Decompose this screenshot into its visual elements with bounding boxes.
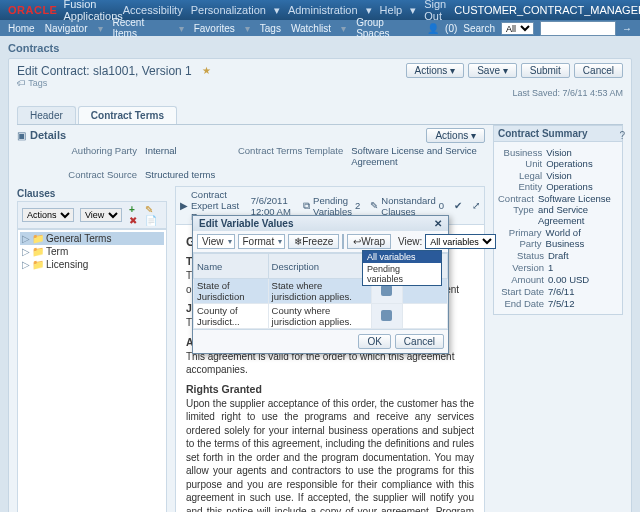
summary-version: 1 bbox=[548, 262, 553, 273]
summary-status: Draft bbox=[548, 250, 569, 261]
nav-favorites[interactable]: Favorites bbox=[194, 23, 235, 34]
link-signout[interactable]: Sign Out bbox=[424, 0, 446, 22]
add-icon[interactable]: + bbox=[129, 204, 140, 215]
modal-view-menu[interactable]: View bbox=[197, 234, 235, 249]
link-help[interactable]: Help bbox=[380, 4, 403, 16]
validate-icon[interactable]: ✔ bbox=[454, 200, 462, 211]
modal-format-menu[interactable]: Format bbox=[238, 234, 286, 249]
nav-tags[interactable]: Tags bbox=[260, 23, 281, 34]
actions-menu[interactable]: Actions ▾ bbox=[406, 63, 465, 78]
modal-view-filter-dropdown: All variables Pending variables bbox=[362, 250, 442, 286]
details-disclosure-icon[interactable]: ▣ bbox=[17, 130, 26, 141]
tree-node-general-terms[interactable]: ▷📁 General Terms bbox=[20, 232, 164, 245]
tree-node-term[interactable]: ▷📁 Term bbox=[20, 245, 164, 258]
filter-opt-pending[interactable]: Pending variables bbox=[363, 263, 441, 285]
modal-freeze[interactable]: ❄ Freeze bbox=[288, 234, 339, 249]
authoring-party-label: Authoring Party bbox=[57, 145, 137, 167]
col-name[interactable]: Name bbox=[194, 254, 269, 279]
tab-contract-terms[interactable]: Contract Terms bbox=[78, 106, 177, 124]
help-icon[interactable]: ? bbox=[619, 130, 625, 141]
value-edit-icon[interactable] bbox=[381, 310, 392, 321]
details-title: Details bbox=[30, 129, 66, 141]
edit-variable-values-dialog: Edit Variable Values✕ View Format ❄ Free… bbox=[192, 215, 449, 354]
summary-end: 7/5/12 bbox=[548, 298, 574, 309]
close-icon[interactable]: ✕ bbox=[434, 218, 442, 229]
tree-node-licensing[interactable]: ▷📁 Licensing bbox=[20, 258, 164, 271]
clauses-title: Clauses bbox=[17, 188, 167, 199]
search-label: Search bbox=[463, 23, 495, 34]
value-edit-icon[interactable] bbox=[381, 285, 392, 296]
modal-cancel[interactable]: Cancel bbox=[395, 334, 444, 349]
summary-amount: 0.00 USD bbox=[548, 274, 589, 285]
delete-icon[interactable]: ✖ bbox=[129, 215, 140, 226]
search-scope[interactable]: All bbox=[501, 22, 534, 35]
expand-icon[interactable]: ⤢ bbox=[472, 200, 480, 211]
link-personalization[interactable]: Personalization bbox=[191, 4, 266, 16]
summary-party: World of Business bbox=[546, 227, 618, 249]
table-row[interactable]: County of Jurisdict... County where juri… bbox=[194, 304, 448, 329]
edit-icon[interactable]: ✎ bbox=[145, 204, 156, 215]
template-value: Software License and Service Agreement bbox=[351, 145, 485, 167]
summary-start: 7/6/11 bbox=[548, 286, 574, 297]
doc-h5: Rights Granted bbox=[186, 383, 474, 395]
clauses-tree[interactable]: ▷📁 General Terms ▷📁 Term ▷📁 Licensing bbox=[17, 229, 167, 512]
favorite-icon[interactable]: ★ bbox=[202, 65, 211, 76]
contract-source-label: Contract Source bbox=[57, 169, 137, 180]
tags-link[interactable]: Tags bbox=[28, 78, 47, 88]
summary-type: Software License and Service Agreement bbox=[538, 193, 618, 226]
modal-title: Edit Variable Values bbox=[199, 218, 294, 229]
oracle-logo: ORACLE bbox=[8, 4, 57, 16]
tab-header[interactable]: Header bbox=[17, 106, 76, 124]
search-input[interactable] bbox=[540, 21, 616, 36]
search-go-icon[interactable]: → bbox=[622, 23, 632, 34]
modal-ok[interactable]: OK bbox=[358, 334, 390, 349]
modal-detach-icon[interactable] bbox=[342, 234, 344, 249]
link-administration[interactable]: Administration bbox=[288, 4, 358, 16]
modal-wrap[interactable]: ↩ Wrap bbox=[347, 234, 391, 249]
nav-recent[interactable]: Recent Items bbox=[113, 17, 169, 39]
filter-opt-all[interactable]: All variables bbox=[363, 251, 441, 263]
save-button[interactable]: Save ▾ bbox=[468, 63, 517, 78]
nav-watchlist[interactable]: Watchlist bbox=[291, 23, 331, 34]
cancel-button[interactable]: Cancel bbox=[574, 63, 623, 78]
current-user: CUSTOMER_CONTRACT_MANAGER_VISION_OPERATI… bbox=[454, 4, 640, 16]
notif-count[interactable]: (0) bbox=[445, 23, 457, 34]
nonstd-icon[interactable]: ✎ bbox=[370, 200, 378, 211]
contract-source-value: Structured terms bbox=[145, 169, 215, 180]
copy-icon[interactable]: 📄 bbox=[145, 215, 156, 226]
notif-icon[interactable]: 👤 bbox=[427, 23, 439, 34]
modal-view-filter[interactable]: All variables bbox=[425, 234, 496, 249]
doc-p4: Upon the supplier acceptance of this ord… bbox=[186, 397, 474, 513]
clauses-view[interactable]: View bbox=[80, 208, 122, 222]
page-title: Edit Contract: sla1001, Version 1 bbox=[17, 64, 192, 78]
nav-home[interactable]: Home bbox=[8, 23, 35, 34]
clauses-actions[interactable]: Actions bbox=[22, 208, 74, 222]
template-label: Contract Terms Template bbox=[223, 145, 343, 167]
summary-title: Contract Summary bbox=[493, 125, 623, 142]
nav-groups[interactable]: Group Spaces bbox=[356, 17, 417, 39]
expert-icon[interactable]: ▶ bbox=[180, 200, 188, 211]
breadcrumb: Contracts bbox=[8, 42, 632, 54]
link-accessibility[interactable]: Accessibility bbox=[123, 4, 183, 16]
modal-view-label: View: bbox=[398, 236, 422, 247]
pending-icon[interactable]: ⧉ bbox=[303, 200, 310, 212]
summary-le: Vision Operations bbox=[546, 170, 618, 192]
nav-navigator[interactable]: Navigator bbox=[45, 23, 88, 34]
last-saved-value: 7/6/11 4:53 AM bbox=[562, 88, 623, 98]
col-desc[interactable]: Description bbox=[268, 254, 372, 279]
summary-bu: Vision Operations bbox=[546, 147, 618, 169]
submit-button[interactable]: Submit bbox=[521, 63, 570, 78]
details-actions[interactable]: Actions ▾ bbox=[426, 128, 485, 143]
last-saved-label: Last Saved: bbox=[512, 88, 560, 98]
authoring-party-value: Internal bbox=[145, 145, 215, 167]
